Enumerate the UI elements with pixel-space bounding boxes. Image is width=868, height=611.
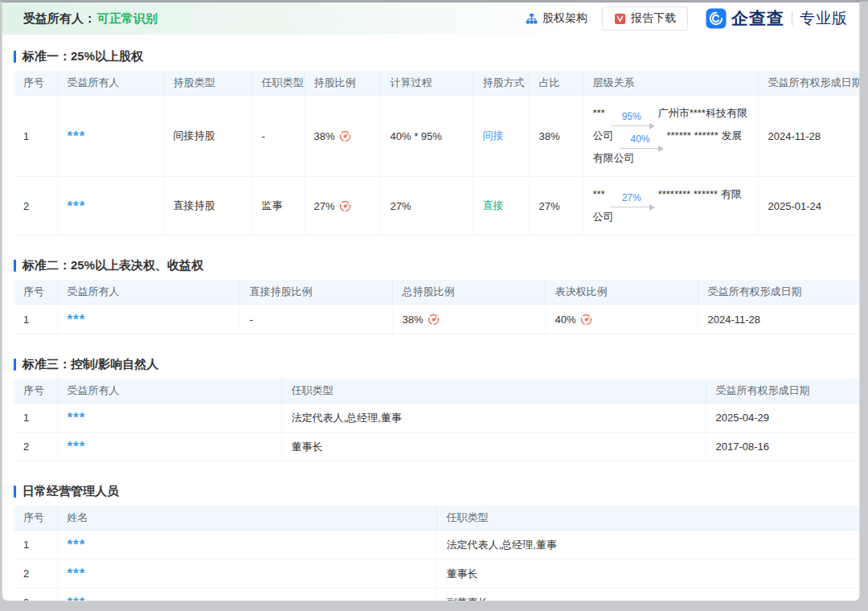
org-chart-icon [526, 13, 538, 25]
col-header: 受益所有人 [57, 280, 240, 305]
seq-cell: 1 [14, 96, 57, 177]
share-cell: 38% [529, 96, 583, 177]
col-header: 直接持股比例 [240, 280, 392, 305]
calc-cell: 27% [380, 177, 473, 236]
col-header: 持股方式 [473, 71, 529, 96]
section-accent-bar [14, 260, 16, 272]
seq-cell: 2 [14, 560, 57, 588]
equity-penetrate-icon[interactable] [580, 314, 592, 326]
standard3-table: 序号 受益所有人 任职类型 受益所有权形成日期 1 *** 法定代表人,总经理,… [14, 379, 859, 461]
beneficial-owner-panel: 受益所有人：可正常识别 股权架构 报告下载 [2, 2, 860, 601]
section-title-daily-managers: 日常经营管理人员 [14, 484, 848, 499]
table-row: 1 *** 法定代表人,总经理,董事 [14, 531, 859, 560]
col-header: 受益所有人 [57, 71, 163, 96]
col-header: 任职类型 [436, 506, 859, 531]
table-row: 2 *** 直接持股 监事 27% 27% 直接 27% [14, 177, 859, 236]
col-header: 受益所有权形成日期 [706, 379, 859, 404]
owner-link[interactable]: *** [68, 129, 86, 144]
col-header: 序号 [14, 379, 57, 404]
seq-cell: 2 [14, 433, 57, 461]
table-row: 1 *** 法定代表人,总经理,董事 2025-04-29 [14, 404, 859, 433]
job-type-cell: 监事 [252, 177, 304, 236]
job-type-cell: 法定代表人,总经理,董事 [436, 531, 859, 560]
report-download-label: 报告下载 [631, 11, 676, 26]
hold-type-cell: 直接持股 [163, 177, 252, 236]
col-header: 表决权比例 [545, 280, 698, 305]
col-header: 任职类型 [252, 71, 304, 96]
owner-link[interactable]: *** [68, 439, 86, 454]
arrow-right-icon: 95% [611, 112, 653, 126]
hierarchy-chain: ***95%广州市****科技有限公司40%****** ****** 发展有限… [593, 96, 748, 176]
top-bar: 受益所有人：可正常识别 股权架构 报告下载 [2, 2, 859, 35]
col-header: 计算过程 [380, 71, 473, 96]
status-text: 可正常识别 [97, 11, 158, 25]
job-type-cell: 副董事长 [436, 588, 859, 602]
page-title: 受益所有人：可正常识别 [23, 11, 158, 27]
col-header: 总持股比例 [392, 280, 545, 305]
seq-cell: 3 [14, 588, 57, 602]
job-type-cell: 法定代表人,总经理,董事 [281, 404, 706, 433]
brand-divider [792, 11, 792, 26]
table-header-row: 序号 受益所有人 任职类型 受益所有权形成日期 [14, 379, 859, 404]
seq-cell: 1 [14, 404, 57, 433]
page-title-label: 受益所有人： [23, 11, 96, 25]
seq-cell: 1 [14, 305, 57, 334]
direct-ratio-cell: - [240, 305, 392, 334]
equity-penetrate-icon[interactable] [428, 314, 440, 326]
table-row: 1 *** 间接持股 - 38% 40% * 95% 间接 [14, 96, 859, 177]
date-cell: 2024-11-28 [698, 305, 859, 334]
pdf-icon [614, 13, 626, 25]
hierarchy-chain: ***27%******** ****** 有限公司 [593, 177, 748, 235]
equity-penetrate-icon[interactable] [339, 130, 351, 142]
seq-cell: 2 [14, 177, 57, 236]
job-type-cell: - [252, 96, 304, 177]
owner-link[interactable]: *** [68, 410, 86, 425]
col-header: 受益所有人 [57, 379, 281, 404]
table-row: 1 *** - 38% 40% [14, 305, 859, 334]
equity-structure-label: 股权架构 [542, 11, 588, 26]
col-header: 受益所有权形成日期 [698, 280, 859, 305]
equity-penetrate-icon[interactable] [339, 200, 351, 212]
date-cell: 2025-01-24 [758, 177, 859, 236]
qichacha-logo-icon [706, 8, 727, 29]
table-row: 2 *** 董事长 2017-08-16 [14, 433, 859, 461]
owner-link[interactable]: *** [68, 199, 86, 214]
col-header: 持股类型 [163, 71, 252, 96]
hold-type-cell: 间接持股 [163, 96, 252, 177]
calc-cell: 40% * 95% [380, 96, 473, 177]
standard2-table: 序号 受益所有人 直接持股比例 总持股比例 表决权比例 受益所有权形成日期 1 … [14, 280, 859, 334]
hold-ratio-value: 27% [314, 200, 335, 212]
table-row: 2 *** 董事长 [14, 560, 859, 588]
person-link[interactable]: *** [68, 595, 86, 601]
report-download-button[interactable]: 报告下载 [602, 6, 688, 31]
vote-ratio-value: 40% [555, 314, 576, 326]
section-title-standard2: 标准二：25%以上表决权、收益权 [14, 258, 848, 273]
share-cell: 27% [529, 177, 583, 236]
job-type-cell: 董事长 [281, 433, 706, 461]
section-title-standard3: 标准三：控制/影响自然人 [14, 357, 848, 372]
brand-name: 企查查 [731, 7, 784, 30]
col-header: 受益所有权形成日期 [758, 71, 859, 96]
col-header: 序号 [14, 280, 57, 305]
section-accent-bar [14, 51, 16, 63]
col-header: 持股比例 [304, 71, 380, 96]
arrow-right-icon: 40% [620, 134, 661, 149]
person-link[interactable]: *** [68, 566, 86, 581]
col-header: 序号 [14, 71, 57, 96]
date-cell: 2024-11-28 [758, 96, 859, 177]
col-header: 姓名 [57, 506, 436, 531]
section-accent-bar [14, 359, 16, 371]
hold-method-badge: 直接 [483, 199, 504, 211]
col-header: 任职类型 [281, 379, 706, 404]
table-header-row: 序号 姓名 任职类型 [14, 506, 859, 531]
standard1-table: 序号 受益所有人 持股类型 任职类型 持股比例 计算过程 持股方式 占比 层级关… [14, 71, 859, 236]
equity-structure-button[interactable]: 股权架构 [526, 11, 588, 26]
person-link[interactable]: *** [68, 537, 86, 552]
job-type-cell: 董事长 [436, 560, 859, 588]
col-header: 占比 [529, 71, 583, 96]
owner-link[interactable]: *** [68, 312, 86, 327]
col-header: 序号 [14, 506, 57, 531]
hold-ratio-value: 38% [314, 130, 335, 142]
brand-edition: 专业版 [800, 8, 848, 29]
table-row: 3 *** 副董事长 [14, 588, 859, 602]
